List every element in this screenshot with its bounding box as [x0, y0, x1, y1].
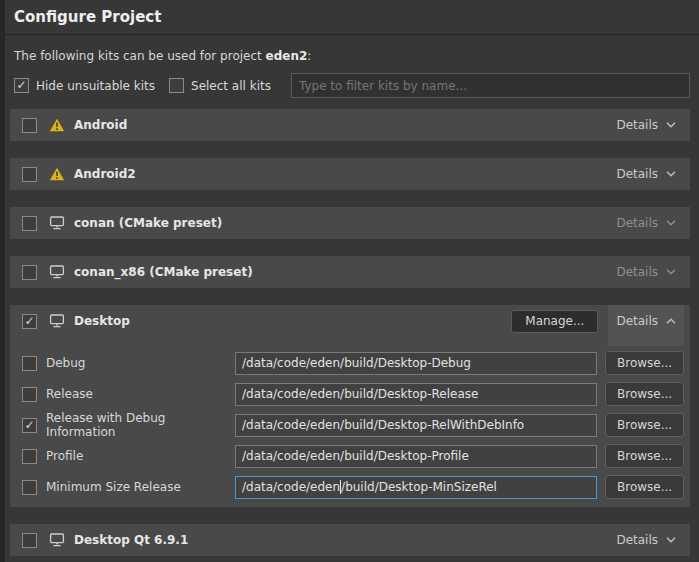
checkbox-icon[interactable] — [14, 78, 29, 93]
browse-button[interactable]: Browse... — [605, 444, 684, 468]
kit-name: conan (CMake preset) — [74, 216, 222, 230]
chevron-down-icon — [666, 171, 676, 177]
build-dir-path-input[interactable]: /data/code/eden/build/Desktop-RelWithDeb… — [235, 414, 597, 437]
build-config-row: Minimum Size Release /data/code/eden/bui… — [22, 475, 683, 499]
build-dir-path-input[interactable]: /data/code/eden/build/Desktop-Profile — [235, 445, 597, 468]
desktop-icon — [48, 533, 65, 547]
build-config-checkbox[interactable] — [22, 480, 37, 495]
browse-button[interactable]: Browse... — [605, 351, 684, 375]
kit-checkbox[interactable] — [22, 533, 37, 548]
build-config-checkbox[interactable] — [22, 418, 37, 433]
kit-card: Android Details — [10, 109, 690, 141]
warning-icon — [48, 118, 65, 132]
manage-button[interactable]: Manage... — [511, 310, 598, 333]
details-toggle-button[interactable]: Details — [608, 109, 684, 141]
browse-button[interactable]: Browse... — [605, 413, 684, 437]
build-config-label-group[interactable]: Release — [22, 387, 235, 402]
build-dir-path-input[interactable]: /data/code/eden/build/Desktop-Debug — [235, 352, 597, 375]
build-config-label-group[interactable]: Profile — [22, 449, 235, 464]
kit-card: Desktop Manage... Details Debug /data/co… — [10, 305, 690, 507]
kit-header[interactable]: Android2 Details — [10, 158, 690, 190]
build-config-label-group[interactable]: Minimum Size Release — [22, 480, 235, 495]
build-config-label[interactable]: Release — [46, 387, 93, 401]
desktop-icon — [48, 314, 65, 328]
details-toggle-button[interactable]: Details — [608, 158, 684, 190]
kit-header[interactable]: conan (CMake preset) Details — [10, 207, 690, 239]
details-label: Details — [616, 167, 658, 181]
kit-name: Android2 — [74, 167, 136, 181]
kit-card: conan (CMake preset) Details — [10, 207, 690, 239]
details-label: Details — [616, 216, 658, 230]
kit-filter-input[interactable] — [291, 73, 690, 98]
kit-checkbox[interactable] — [22, 265, 37, 280]
panel-edge-divider — [0, 0, 5, 562]
kit-card: Desktop Qt 6.9.1 Details — [10, 524, 690, 556]
select-all-kits-label[interactable]: Select all kits — [191, 79, 271, 93]
build-dir-path-input[interactable]: /data/code/eden/build/Desktop-Release — [235, 383, 597, 406]
details-toggle-button[interactable]: Details — [608, 305, 684, 346]
build-config-row: Release /data/code/eden/build/Desktop-Re… — [22, 382, 683, 406]
kit-header[interactable]: Android Details — [10, 109, 690, 141]
select-all-kits-checkbox[interactable]: Select all kits — [169, 78, 271, 93]
kit-name: Desktop — [74, 314, 130, 328]
hide-unsuitable-kits-label[interactable]: Hide unsuitable kits — [36, 79, 155, 93]
project-name: eden2 — [266, 49, 308, 63]
kit-build-configs: Debug /data/code/eden/build/Desktop-Debu… — [10, 337, 690, 507]
warning-icon — [48, 167, 65, 181]
intro-text: The following kits can be used for proje… — [14, 49, 686, 64]
chevron-up-icon — [666, 318, 676, 324]
desktop-icon — [48, 265, 65, 279]
build-config-label-group[interactable]: Debug — [22, 356, 235, 371]
kit-header[interactable]: conan_x86 (CMake preset) Details — [10, 256, 690, 288]
page-header: Configure Project — [0, 0, 699, 35]
chevron-down-icon — [666, 122, 676, 128]
kit-checkbox[interactable] — [22, 118, 37, 133]
details-toggle-button[interactable]: Details — [608, 524, 684, 556]
details-label: Details — [616, 265, 658, 279]
build-config-checkbox[interactable] — [22, 387, 37, 402]
page-title: Configure Project — [14, 8, 686, 26]
build-config-row: Release with Debug Information /data/cod… — [22, 413, 683, 437]
build-dir-path-input[interactable]: /data/code/eden/build/Desktop-MinSizeRel — [235, 476, 597, 499]
checkbox-icon[interactable] — [169, 78, 184, 93]
kit-card: conan_x86 (CMake preset) Details — [10, 256, 690, 288]
build-config-label[interactable]: Debug — [46, 356, 85, 370]
chevron-down-icon — [666, 269, 676, 275]
browse-button[interactable]: Browse... — [605, 475, 684, 499]
kit-checkbox[interactable] — [22, 216, 37, 231]
details-label: Details — [616, 118, 658, 132]
browse-button[interactable]: Browse... — [605, 382, 684, 406]
build-config-checkbox[interactable] — [22, 356, 37, 371]
kit-list: Android Details Android2 Details — [10, 109, 690, 556]
details-label: Details — [616, 533, 658, 547]
kit-card: Android2 Details — [10, 158, 690, 190]
kit-name: conan_x86 (CMake preset) — [74, 265, 253, 279]
kit-header[interactable]: Desktop Qt 6.9.1 Details — [10, 524, 690, 556]
details-toggle-button[interactable]: Details — [608, 207, 684, 239]
build-config-label[interactable]: Minimum Size Release — [46, 480, 181, 494]
kit-checkbox[interactable] — [22, 314, 37, 329]
kit-filter-toolbar: Hide unsuitable kits Select all kits — [14, 73, 690, 98]
build-config-row: Debug /data/code/eden/build/Desktop-Debu… — [22, 351, 683, 375]
kit-checkbox[interactable] — [22, 167, 37, 182]
hide-unsuitable-kits-checkbox[interactable]: Hide unsuitable kits — [14, 78, 155, 93]
details-label: Details — [616, 314, 658, 328]
chevron-down-icon — [666, 537, 676, 543]
build-config-label-group[interactable]: Release with Debug Information — [22, 411, 235, 439]
chevron-down-icon — [666, 220, 676, 226]
build-config-row: Profile /data/code/eden/build/Desktop-Pr… — [22, 444, 683, 468]
build-config-label[interactable]: Profile — [46, 449, 83, 463]
build-config-checkbox[interactable] — [22, 449, 37, 464]
kit-name: Android — [74, 118, 127, 132]
kit-header[interactable]: Desktop Manage... Details — [10, 305, 690, 337]
build-config-label[interactable]: Release with Debug Information — [46, 411, 235, 439]
details-toggle-button[interactable]: Details — [608, 256, 684, 288]
kit-name: Desktop Qt 6.9.1 — [74, 533, 188, 547]
desktop-icon — [48, 216, 65, 230]
